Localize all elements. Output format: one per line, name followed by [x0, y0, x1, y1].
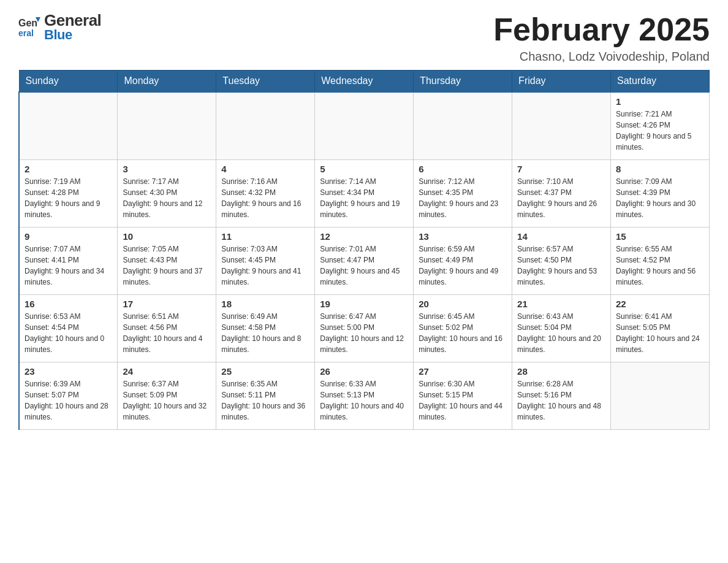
- day-info: Sunrise: 7:07 AMSunset: 4:41 PMDaylight:…: [25, 243, 112, 288]
- calendar-cell: 18Sunrise: 6:49 AMSunset: 4:58 PMDayligh…: [216, 294, 315, 362]
- day-number: 20: [419, 299, 507, 309]
- day-number: 18: [221, 299, 309, 309]
- logo: Gen eral General Blue: [18, 12, 101, 42]
- day-info: Sunrise: 6:43 AMSunset: 5:04 PMDaylight:…: [517, 311, 605, 355]
- calendar-cell: [512, 92, 611, 159]
- day-number: 19: [320, 299, 408, 309]
- calendar-cell: 25Sunrise: 6:35 AMSunset: 5:11 PMDayligh…: [216, 362, 315, 429]
- day-info: Sunrise: 6:49 AMSunset: 4:58 PMDaylight:…: [221, 311, 309, 355]
- calendar-week-1: 1Sunrise: 7:21 AMSunset: 4:26 PMDaylight…: [19, 92, 710, 159]
- day-number: 15: [616, 231, 704, 242]
- calendar-cell: 12Sunrise: 7:01 AMSunset: 4:47 PMDayligh…: [315, 227, 414, 294]
- svg-text:Gen: Gen: [18, 18, 37, 28]
- day-number: 1: [616, 96, 704, 107]
- calendar-cell: [19, 92, 118, 159]
- calendar-cell: 15Sunrise: 6:55 AMSunset: 4:52 PMDayligh…: [611, 227, 710, 294]
- day-info: Sunrise: 6:45 AMSunset: 5:02 PMDaylight:…: [419, 311, 507, 355]
- weekday-friday: Friday: [512, 71, 611, 93]
- calendar-cell: [216, 92, 315, 159]
- calendar-cell: 6Sunrise: 7:12 AMSunset: 4:35 PMDaylight…: [414, 159, 512, 227]
- day-info: Sunrise: 7:09 AMSunset: 4:39 PMDaylight:…: [616, 176, 704, 220]
- day-info: Sunrise: 6:28 AMSunset: 5:16 PMDaylight:…: [517, 378, 605, 423]
- day-info: Sunrise: 6:57 AMSunset: 4:50 PMDaylight:…: [517, 243, 605, 288]
- day-number: 25: [221, 366, 309, 377]
- day-number: 8: [616, 164, 704, 174]
- calendar-week-2: 2Sunrise: 7:19 AMSunset: 4:28 PMDaylight…: [19, 159, 710, 227]
- weekday-tuesday: Tuesday: [216, 71, 315, 93]
- calendar-table: SundayMondayTuesdayWednesdayThursdayFrid…: [18, 70, 710, 430]
- day-number: 10: [123, 231, 211, 242]
- weekday-thursday: Thursday: [414, 71, 512, 93]
- day-number: 4: [221, 164, 309, 174]
- day-number: 12: [320, 231, 408, 242]
- calendar-cell: 5Sunrise: 7:14 AMSunset: 4:34 PMDaylight…: [315, 159, 414, 227]
- day-number: 5: [320, 164, 408, 174]
- calendar-cell: [315, 92, 414, 159]
- logo-general-text: General: [44, 12, 101, 28]
- day-number: 3: [123, 164, 211, 174]
- calendar-cell: 19Sunrise: 6:47 AMSunset: 5:00 PMDayligh…: [315, 294, 414, 362]
- logo-svg: Gen eral: [18, 16, 40, 38]
- calendar-cell: 22Sunrise: 6:41 AMSunset: 5:05 PMDayligh…: [611, 294, 710, 362]
- day-number: 14: [517, 231, 605, 242]
- calendar-cell: 8Sunrise: 7:09 AMSunset: 4:39 PMDaylight…: [611, 159, 710, 227]
- day-info: Sunrise: 7:10 AMSunset: 4:37 PMDaylight:…: [517, 176, 605, 220]
- calendar-cell: 23Sunrise: 6:39 AMSunset: 5:07 PMDayligh…: [19, 362, 118, 429]
- day-info: Sunrise: 7:03 AMSunset: 4:45 PMDaylight:…: [221, 243, 309, 288]
- day-info: Sunrise: 7:14 AMSunset: 4:34 PMDaylight:…: [320, 176, 408, 220]
- day-info: Sunrise: 7:21 AMSunset: 4:26 PMDaylight:…: [616, 109, 704, 153]
- day-info: Sunrise: 7:01 AMSunset: 4:47 PMDaylight:…: [320, 243, 408, 288]
- day-info: Sunrise: 6:30 AMSunset: 5:15 PMDaylight:…: [419, 378, 507, 423]
- svg-text:eral: eral: [18, 28, 34, 38]
- calendar-subtitle: Chasno, Lodz Voivodeship, Poland: [493, 50, 710, 64]
- title-block: February 2025 Chasno, Lodz Voivodeship, …: [493, 12, 710, 64]
- calendar-cell: 1Sunrise: 7:21 AMSunset: 4:26 PMDaylight…: [611, 92, 710, 159]
- day-number: 24: [123, 366, 211, 377]
- day-info: Sunrise: 6:41 AMSunset: 5:05 PMDaylight:…: [616, 311, 704, 355]
- day-info: Sunrise: 7:19 AMSunset: 4:28 PMDaylight:…: [25, 176, 112, 220]
- day-number: 9: [25, 231, 112, 242]
- calendar-cell: 28Sunrise: 6:28 AMSunset: 5:16 PMDayligh…: [512, 362, 611, 429]
- day-info: Sunrise: 7:17 AMSunset: 4:30 PMDaylight:…: [123, 176, 211, 220]
- calendar-cell: 10Sunrise: 7:05 AMSunset: 4:43 PMDayligh…: [118, 227, 216, 294]
- day-info: Sunrise: 6:35 AMSunset: 5:11 PMDaylight:…: [221, 378, 309, 423]
- day-info: Sunrise: 6:53 AMSunset: 4:54 PMDaylight:…: [25, 311, 112, 355]
- weekday-monday: Monday: [118, 71, 216, 93]
- day-info: Sunrise: 6:47 AMSunset: 5:00 PMDaylight:…: [320, 311, 408, 355]
- weekday-wednesday: Wednesday: [315, 71, 414, 93]
- day-number: 27: [419, 366, 507, 377]
- day-info: Sunrise: 6:39 AMSunset: 5:07 PMDaylight:…: [25, 378, 112, 423]
- day-info: Sunrise: 7:05 AMSunset: 4:43 PMDaylight:…: [123, 243, 211, 288]
- weekday-saturday: Saturday: [611, 71, 710, 93]
- day-number: 13: [419, 231, 507, 242]
- calendar-cell: 4Sunrise: 7:16 AMSunset: 4:32 PMDaylight…: [216, 159, 315, 227]
- calendar-week-3: 9Sunrise: 7:07 AMSunset: 4:41 PMDaylight…: [19, 227, 710, 294]
- calendar-cell: 26Sunrise: 6:33 AMSunset: 5:13 PMDayligh…: [315, 362, 414, 429]
- day-number: 28: [517, 366, 605, 377]
- calendar-cell: [611, 362, 710, 429]
- day-info: Sunrise: 6:59 AMSunset: 4:49 PMDaylight:…: [419, 243, 507, 288]
- page-header: Gen eral General Blue February 2025 Chas…: [18, 12, 710, 64]
- calendar-week-5: 23Sunrise: 6:39 AMSunset: 5:07 PMDayligh…: [19, 362, 710, 429]
- day-number: 16: [25, 299, 112, 309]
- calendar-week-4: 16Sunrise: 6:53 AMSunset: 4:54 PMDayligh…: [19, 294, 710, 362]
- day-number: 22: [616, 299, 704, 309]
- day-number: 6: [419, 164, 507, 174]
- day-number: 7: [517, 164, 605, 174]
- calendar-title: February 2025: [493, 12, 710, 47]
- calendar-cell: 9Sunrise: 7:07 AMSunset: 4:41 PMDaylight…: [19, 227, 118, 294]
- calendar-cell: 3Sunrise: 7:17 AMSunset: 4:30 PMDaylight…: [118, 159, 216, 227]
- calendar-cell: 14Sunrise: 6:57 AMSunset: 4:50 PMDayligh…: [512, 227, 611, 294]
- calendar-cell: 24Sunrise: 6:37 AMSunset: 5:09 PMDayligh…: [118, 362, 216, 429]
- calendar-cell: 7Sunrise: 7:10 AMSunset: 4:37 PMDaylight…: [512, 159, 611, 227]
- day-number: 17: [123, 299, 211, 309]
- logo-wrapper: Gen eral General Blue: [18, 12, 101, 42]
- day-number: 26: [320, 366, 408, 377]
- day-number: 23: [25, 366, 112, 377]
- weekday-sunday: Sunday: [19, 71, 118, 93]
- day-number: 11: [221, 231, 309, 242]
- calendar-cell: 17Sunrise: 6:51 AMSunset: 4:56 PMDayligh…: [118, 294, 216, 362]
- day-info: Sunrise: 6:51 AMSunset: 4:56 PMDaylight:…: [123, 311, 211, 355]
- calendar-cell: 13Sunrise: 6:59 AMSunset: 4:49 PMDayligh…: [414, 227, 512, 294]
- calendar-cell: 27Sunrise: 6:30 AMSunset: 5:15 PMDayligh…: [414, 362, 512, 429]
